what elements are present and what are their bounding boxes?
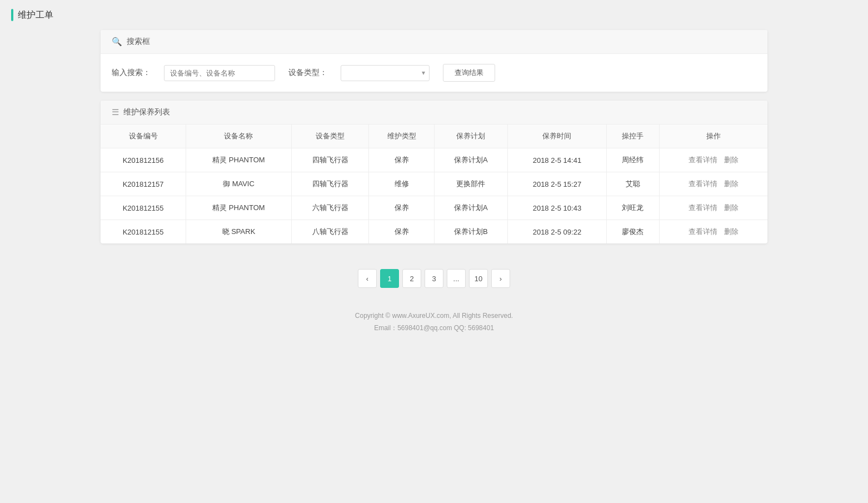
cell-actions: 查看详情 删除	[660, 196, 767, 220]
query-button[interactable]: 查询结果	[443, 64, 495, 82]
search-input[interactable]	[164, 65, 275, 81]
cell-time: 2018 2-5 14:41	[508, 148, 607, 172]
cell-type: 四轴飞行器	[291, 148, 369, 172]
maintenance-table: 设备编号 设备名称 设备类型 维护类型 保养计划 保养时间 操控手 操作 K20…	[101, 124, 767, 243]
table-section-header: ☰ 维护保养列表	[101, 101, 767, 124]
pagination-page-1[interactable]: 1	[380, 269, 399, 288]
col-header-type: 设备类型	[291, 124, 369, 148]
table-row: K201812157 御 MAVIC 四轴飞行器 维修 更换部件 2018 2-…	[101, 172, 767, 196]
action-delete[interactable]: 删除	[724, 156, 739, 164]
cell-time: 2018 2-5 15:27	[508, 172, 607, 196]
search-section-header: 🔍 搜索框	[101, 30, 767, 54]
table-row: K201812156 精灵 PHANTOM 四轴飞行器 保养 保养计划A 201…	[101, 148, 767, 172]
cell-maintenance-type: 保养	[369, 196, 434, 220]
cell-id: K201812156	[101, 148, 186, 172]
cell-operator: 周经纬	[606, 148, 659, 172]
device-type-label: 设备类型：	[288, 68, 327, 78]
cell-operator: 艾聪	[606, 172, 659, 196]
col-header-plan: 保养计划	[434, 124, 507, 148]
search-icon: 🔍	[112, 37, 122, 47]
cell-id: K201812155	[101, 196, 186, 220]
action-view-detail[interactable]: 查看详情	[689, 227, 717, 236]
action-delete[interactable]: 删除	[724, 203, 739, 212]
pagination-page-10[interactable]: 10	[469, 269, 488, 288]
action-view-detail[interactable]: 查看详情	[689, 180, 717, 188]
cell-plan: 保养计划A	[434, 196, 507, 220]
col-header-time: 保养时间	[508, 124, 607, 148]
cell-plan: 更换部件	[434, 172, 507, 196]
action-view-detail[interactable]: 查看详情	[689, 156, 717, 164]
main-container: 🔍 搜索框 输入搜索： 设备类型： 四轴飞行器 六轴飞行器 八轴飞行器 查询结果…	[101, 30, 767, 299]
cell-operator: 廖俊杰	[606, 220, 659, 244]
search-body: 输入搜索： 设备类型： 四轴飞行器 六轴飞行器 八轴飞行器 查询结果	[101, 54, 767, 92]
footer-line1: Copyright © www.AxureUX.com, All Rights …	[11, 310, 857, 322]
page-title: 维护工单	[18, 9, 53, 21]
page-title-bar: 维护工单	[11, 9, 53, 21]
col-header-id: 设备编号	[101, 124, 186, 148]
col-header-maintenance-type: 维护类型	[369, 124, 434, 148]
cell-type: 四轴飞行器	[291, 172, 369, 196]
col-header-name: 设备名称	[186, 124, 292, 148]
cell-type: 六轴飞行器	[291, 196, 369, 220]
cell-maintenance-type: 维修	[369, 172, 434, 196]
cell-time: 2018 2-5 09:22	[508, 220, 607, 244]
col-header-operator: 操控手	[606, 124, 659, 148]
table-row: K201812155 精灵 PHANTOM 六轴飞行器 保养 保养计划A 201…	[101, 196, 767, 220]
cell-name: 精灵 PHANTOM	[186, 148, 292, 172]
input-label: 输入搜索：	[112, 68, 151, 78]
cell-actions: 查看详情 删除	[660, 172, 767, 196]
cell-name: 御 MAVIC	[186, 172, 292, 196]
table-header-row: 设备编号 设备名称 设备类型 维护类型 保养计划 保养时间 操控手 操作	[101, 124, 767, 148]
cell-time: 2018 2-5 10:43	[508, 196, 607, 220]
cell-maintenance-type: 保养	[369, 148, 434, 172]
cell-plan: 保养计划B	[434, 220, 507, 244]
cell-type: 八轴飞行器	[291, 220, 369, 244]
table-section-title: 维护保养列表	[123, 107, 170, 117]
pagination-dots: ...	[447, 269, 466, 288]
cell-id: K201812157	[101, 172, 186, 196]
footer: Copyright © www.AxureUX.com, All Rights …	[0, 299, 868, 345]
page-title-accent	[11, 9, 13, 21]
page-header: 维护工单	[0, 0, 868, 30]
action-delete[interactable]: 删除	[724, 180, 739, 188]
action-view-detail[interactable]: 查看详情	[689, 203, 717, 212]
col-header-actions: 操作	[660, 124, 767, 148]
table-row: K201812155 晓 SPARK 八轴飞行器 保养 保养计划B 2018 2…	[101, 220, 767, 244]
cell-actions: 查看详情 删除	[660, 148, 767, 172]
search-card: 🔍 搜索框 输入搜索： 设备类型： 四轴飞行器 六轴飞行器 八轴飞行器 查询结果	[101, 30, 767, 92]
action-delete[interactable]: 删除	[724, 227, 739, 236]
cell-id: K201812155	[101, 220, 186, 244]
pagination-next[interactable]: ›	[491, 269, 510, 288]
pagination-page-3[interactable]: 3	[425, 269, 443, 288]
cell-plan: 保养计划A	[434, 148, 507, 172]
footer-line2: Email：5698401@qq.com QQ: 5698401	[11, 322, 857, 335]
pagination-page-2[interactable]: 2	[402, 269, 421, 288]
pagination: ‹ 1 2 3 ... 10 ›	[101, 252, 767, 299]
device-type-select[interactable]: 四轴飞行器 六轴飞行器 八轴飞行器	[341, 65, 430, 81]
cell-maintenance-type: 保养	[369, 220, 434, 244]
cell-name: 晓 SPARK	[186, 220, 292, 244]
cell-actions: 查看详情 删除	[660, 220, 767, 244]
pagination-prev[interactable]: ‹	[358, 269, 377, 288]
list-icon: ☰	[112, 107, 119, 117]
search-section-title: 搜索框	[127, 37, 150, 47]
cell-name: 精灵 PHANTOM	[186, 196, 292, 220]
device-type-select-wrap: 四轴飞行器 六轴飞行器 八轴飞行器	[341, 65, 430, 81]
table-card: ☰ 维护保养列表 设备编号 设备名称 设备类型 维护类型 保养计划 保养时间 操…	[101, 101, 767, 243]
cell-operator: 刘旺龙	[606, 196, 659, 220]
